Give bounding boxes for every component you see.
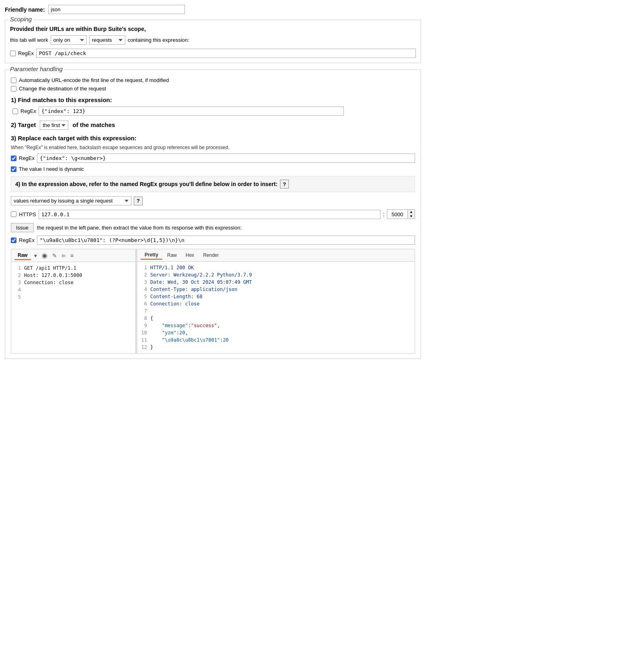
request-line-4: 4 [14,286,132,293]
resp-num-1: 1 [141,264,147,271]
step3-regex-checkbox[interactable] [11,156,16,161]
extract-regex-checkbox[interactable] [11,238,16,243]
resp-line-10: 10 "yzm":20, [141,329,411,336]
response-hex-tab[interactable]: Hex [182,251,198,259]
friendly-name-row: Friendly name: [5,5,421,14]
step2-heading: 2) Target the first the last all of the … [11,121,415,130]
resp-content-9: "message":"success", [150,322,220,329]
resp-num-3: 3 [141,279,147,286]
scope-select-type[interactable]: requests responses [89,35,125,45]
resp-num-7: 7 [141,307,147,315]
request-dropdown-btn[interactable]: ▾ [33,252,39,260]
port-down-button[interactable]: ▼ [408,214,415,219]
step3-heading: 3) Replace each target with this express… [11,135,415,141]
resp-content-6: Connection: close [150,300,200,307]
resp-num-8: 8 [141,315,147,322]
https-checkbox[interactable] [11,211,16,217]
param-option1-label: Automatically URL-encode the first line … [19,77,169,83]
param-section: Parameter handling Automatically URL-enc… [5,70,421,359]
response-raw-tab[interactable]: Raw [163,251,181,259]
request-line-5: 5 [14,293,132,301]
step2-heading-suffix: of the matches [73,121,115,128]
request-edit-btn[interactable]: ✎ [51,252,59,260]
issue-text: the request in the left pane, then extra… [37,225,241,231]
resp-content-1: HTTP/1.1 200 OK [150,264,194,271]
response-pane: Pretty Raw Hex Render 1 HTTP/1.1 200 OK … [137,249,415,353]
scope-regex-input[interactable] [36,49,416,58]
line-num-4: 4 [14,286,21,293]
issue-button[interactable]: Issue [11,223,34,232]
request-raw-tab[interactable]: Raw [14,251,31,260]
line-content-2: Host: 127.0.0.1:5000 [24,272,82,279]
resp-content-12: } [150,344,153,351]
request-line-3: 3 Connection: close [14,279,132,286]
step3-regex-label: RegEx [19,155,35,161]
param-option2-checkbox[interactable] [11,86,16,92]
step1-regex-checkbox[interactable] [12,109,18,114]
resp-content-5: Content-Length: 68 [150,293,202,300]
step4-help-button[interactable]: ? [280,180,289,188]
resp-line-11: 11 "\u9a8c\u8bc1\u7801":20 [141,336,411,344]
resp-num-4: 4 [141,286,147,293]
resp-num-6: 6 [141,300,147,307]
resp-line-8: 8 { [141,315,411,322]
scope-regex-row: RegEx [10,49,416,58]
resp-num-11: 11 [141,336,147,344]
values-help-button[interactable]: ? [134,197,143,205]
colon-separator: : [383,211,384,217]
resp-num-2: 2 [141,271,147,279]
step4-row: 4) In the expression above, refer to the… [11,176,415,192]
request-line-1: 1 GET /api1 HTTP/1.1 [14,264,132,272]
request-in-btn[interactable]: In [60,252,67,259]
scoping-section: Scoping Provided their URLs are within B… [5,20,421,63]
resp-num-9: 9 [141,322,147,329]
port-up-button[interactable]: ▲ [408,210,415,214]
response-pretty-tab[interactable]: Pretty [141,251,162,260]
port-wrapper: 5000 ▲ ▼ [387,209,415,219]
line-num-1: 1 [14,264,21,272]
resp-content-3: Date: Wed, 30 Oct 2024 05:07:49 GMT [150,279,252,286]
param-title: Parameter handling [8,66,64,72]
resp-line-9: 9 "message":"success", [141,322,411,329]
line-content-1: GET /api1 HTTP/1.1 [24,264,76,272]
resp-line-7: 7 [141,307,411,315]
issue-row: Issue the request in the left pane, then… [11,223,415,232]
resp-content-11: "\u9a8c\u8bc1\u7801":20 [150,336,229,344]
friendly-name-input[interactable] [48,5,185,14]
resp-num-10: 10 [141,329,147,336]
step2-target-select[interactable]: the first the last all [40,121,68,130]
response-render-tab[interactable]: Render [199,251,223,259]
param-option2-label: Change the destination of the request [19,86,106,92]
values-select[interactable]: values returned by issuing a single requ… [11,196,131,205]
host-input[interactable] [39,210,381,219]
request-menu-btn[interactable]: ≡ [69,252,75,260]
step1-regex-label: RegEx [20,108,36,114]
step1-expression-input[interactable] [39,107,344,116]
line-num-5: 5 [14,293,21,301]
line-num-2: 2 [14,272,21,279]
extract-row: RegEx [11,236,415,245]
scoping-title: Scoping [8,16,33,23]
step3-subtitle: When "RegEx" is enabled here, backslash … [11,145,415,150]
resp-line-5: 5 Content-Length: 68 [141,293,411,300]
port-value: 5000 [387,211,407,218]
param-option1-checkbox[interactable] [11,78,16,83]
resp-line-6: 6 Connection: close [141,300,411,307]
step3-expression-input[interactable] [37,154,415,163]
step4-heading: 4) In the expression above, refer to the… [15,181,278,187]
containing-label: containing this expression: [128,37,189,43]
dynamic-label: The value I need is dynamic [19,166,84,172]
scope-regex-checkbox[interactable] [10,51,16,56]
extract-expression-input[interactable] [37,236,415,245]
scoping-header: Provided their URLs are within Burp Suit… [10,26,416,32]
resp-content-4: Content-Type: application/json [150,286,237,293]
scope-select-filter[interactable]: only on all except [51,35,87,45]
request-pane: Raw ▾ ◉ ✎ In ≡ 1 GET /api1 HTTP/1.1 2 Ho… [11,249,136,353]
request-line-2: 2 Host: 127.0.0.1:5000 [14,272,132,279]
friendly-name-label: Friendly name: [5,6,45,13]
request-eye-btn[interactable]: ◉ [40,251,49,260]
dynamic-checkbox[interactable] [11,166,16,172]
step2-heading-prefix: 2) Target [11,121,36,128]
https-row: HTTPS : 5000 ▲ ▼ [11,209,415,219]
resp-num-12: 12 [141,344,147,351]
